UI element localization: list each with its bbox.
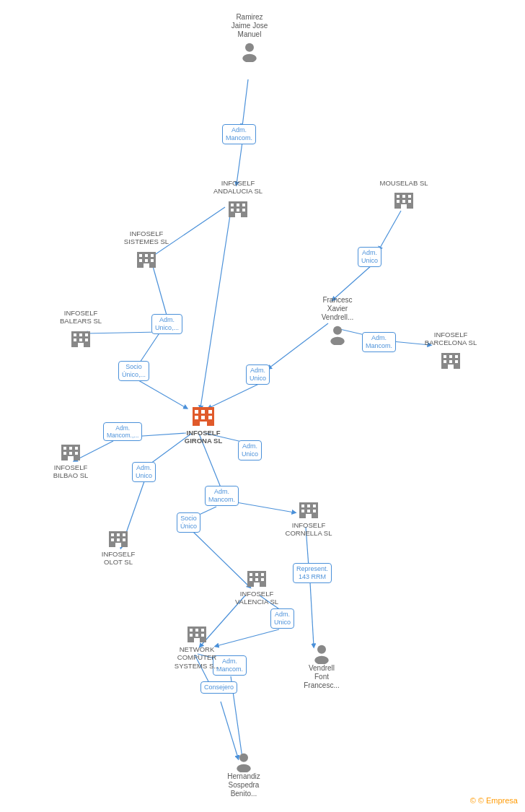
svg-rect-52	[139, 259, 142, 262]
consejero-node: Consejero	[200, 681, 237, 694]
svg-rect-84	[195, 416, 198, 419]
svg-rect-107	[313, 505, 316, 507]
svg-rect-111	[306, 514, 312, 518]
svg-rect-113	[250, 573, 252, 576]
adm-unico-right2-badge[interactable]: Adm.Unico	[238, 440, 262, 460]
svg-rect-61	[402, 200, 405, 203]
ramirez-label: Ramirez Jaime Jose Manuel	[231, 13, 268, 39]
svg-line-1	[237, 142, 242, 184]
infoself-barcelona-label: INFOSELFBARCELONA SL	[425, 331, 477, 347]
infoself-balears-node: INFOSELFBALEARS SL	[52, 309, 110, 350]
svg-rect-58	[402, 195, 405, 198]
svg-rect-109	[307, 510, 310, 512]
svg-rect-74	[79, 333, 82, 336]
svg-rect-92	[63, 452, 66, 455]
svg-line-4	[379, 211, 401, 249]
svg-rect-124	[190, 634, 193, 637]
infoself-andalucia-icon	[226, 197, 250, 220]
infoself-girona-label: INFOSELFGIRONA SL	[185, 429, 222, 445]
socio-unico-bottom-badge[interactable]: SocioÚnico	[177, 512, 200, 533]
svg-rect-85	[201, 416, 205, 419]
svg-rect-43	[242, 204, 245, 206]
adm-unico-olot-badge[interactable]: Adm.Unico	[132, 462, 156, 482]
svg-point-32	[245, 43, 254, 52]
infoself-barcelona-node: INFOSELFBARCELONA SL	[418, 331, 483, 372]
svg-rect-98	[117, 533, 120, 536]
ramirez-node: Ramirez Jaime Jose Manuel	[221, 13, 278, 62]
svg-rect-97	[111, 533, 114, 536]
svg-rect-71	[448, 364, 454, 369]
svg-point-33	[242, 54, 257, 62]
svg-rect-62	[408, 200, 411, 203]
adm-mancom-cornella-node: Adm.Mancom.	[205, 486, 239, 506]
svg-rect-101	[117, 538, 120, 541]
svg-rect-49	[139, 254, 142, 257]
adm-unico-left-badge[interactable]: Adm.Unico,...	[151, 314, 182, 334]
svg-line-7	[333, 265, 372, 300]
mouselab-node: MOUSELAB SL	[375, 179, 433, 211]
svg-rect-127	[194, 638, 200, 642]
svg-rect-89	[63, 447, 66, 450]
svg-rect-87	[200, 422, 207, 426]
watermark-symbol: ©	[470, 796, 476, 805]
svg-rect-95	[68, 456, 74, 460]
watermark: © © Empresa	[470, 796, 518, 805]
svg-rect-70	[455, 360, 458, 363]
svg-rect-53	[145, 259, 148, 262]
svg-point-35	[330, 337, 345, 345]
consejero-badge[interactable]: Consejero	[200, 681, 237, 694]
svg-rect-82	[201, 410, 205, 414]
svg-rect-45	[237, 209, 239, 211]
svg-rect-78	[85, 339, 88, 341]
adm-mancom-top-badge[interactable]: Adm.Mancom.	[222, 124, 256, 144]
adm-unico-center-badge[interactable]: Adm.Unico	[246, 364, 270, 385]
svg-rect-117	[255, 578, 258, 581]
network-computer-label: NETWORKCOMPUTERSYSTEMS S...	[175, 645, 219, 670]
mouselab-icon	[392, 188, 415, 211]
infoself-olot-node: INFOSELFOLOT SL	[89, 527, 147, 568]
svg-rect-91	[75, 447, 78, 450]
infoself-cornella-label: INFOSELFCORNELLA SL	[286, 521, 332, 538]
svg-rect-118	[261, 578, 264, 581]
svg-rect-102	[123, 538, 125, 541]
svg-rect-73	[74, 333, 76, 336]
svg-rect-55	[144, 263, 149, 268]
svg-rect-125	[195, 634, 198, 637]
infoself-bilbao-icon	[59, 440, 82, 463]
svg-rect-47	[235, 213, 241, 217]
infoself-cornella-node: INFOSELFCORNELLA SL	[280, 498, 338, 539]
adm-mancom-top-node: Adm.Mancom.	[222, 124, 256, 144]
svg-rect-60	[397, 200, 400, 203]
adm-unico-valencia-badge[interactable]: Adm.Unico	[270, 608, 294, 629]
adm-mancom-barcelona-node: Adm.Mancom.	[362, 332, 396, 352]
adm-mancom-left2-badge[interactable]: Adm.Mancom.,...	[103, 422, 142, 441]
svg-line-3	[200, 211, 231, 408]
svg-rect-69	[449, 360, 452, 363]
infoself-sistemes-icon	[135, 248, 158, 271]
svg-rect-100	[111, 538, 114, 541]
vendrell-person-icon	[311, 642, 332, 664]
socio-unico-left-badge[interactable]: SocioÚnico,...	[118, 361, 149, 381]
svg-line-0	[242, 79, 248, 126]
svg-point-34	[333, 326, 342, 335]
hernandiz-person-icon	[233, 751, 255, 772]
adm-unico-mouselab-badge[interactable]: Adm.Unico	[358, 247, 381, 267]
svg-rect-106	[307, 505, 310, 507]
svg-point-37	[314, 656, 329, 664]
svg-rect-76	[74, 339, 76, 341]
hernandiz-node: HernandizSospedraBenito...	[215, 751, 273, 800]
svg-rect-105	[301, 505, 304, 507]
represent-143-badge[interactable]: Represent.143 RRM	[293, 563, 332, 583]
adm-unico-valencia-node: Adm.Unico	[270, 608, 294, 629]
infoself-valencia-icon	[245, 567, 268, 590]
svg-rect-57	[397, 195, 400, 198]
svg-rect-94	[75, 452, 78, 455]
svg-point-36	[317, 645, 326, 654]
svg-rect-51	[151, 254, 154, 257]
francesc-label: FrancescXavierVendrell...	[322, 296, 353, 322]
adm-mancom-barcelona-badge[interactable]: Adm.Mancom.	[362, 332, 396, 352]
adm-mancom-cornella-badge[interactable]: Adm.Mancom.	[205, 486, 239, 506]
svg-rect-114	[255, 573, 258, 576]
svg-rect-75	[85, 333, 88, 336]
adm-unico-olot-node: Adm.Unico	[132, 462, 156, 482]
